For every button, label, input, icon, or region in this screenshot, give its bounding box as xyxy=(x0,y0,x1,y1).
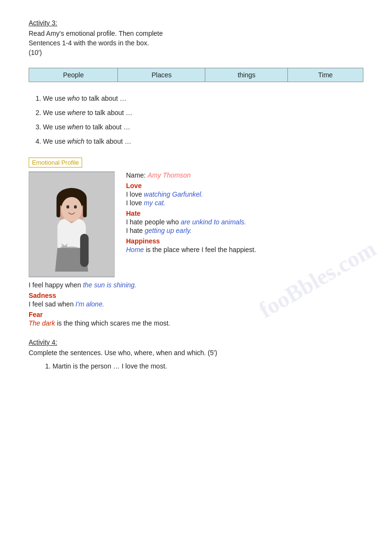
ep-happiness-heading: Happiness xyxy=(126,237,363,245)
ep-hate-blue2: getting up early. xyxy=(145,227,192,234)
word-box-time: Time xyxy=(288,68,363,82)
sentence-4: We use which to talk about … xyxy=(43,135,363,148)
ep-fear-line: The dark is the thing which scares me th… xyxy=(29,319,363,327)
activity3-title: Activity 3: xyxy=(29,19,57,27)
activity4-list: Martin is the person … I love the most. xyxy=(29,359,363,373)
activity3-line2: Sentences 1-4 with the words in the box. xyxy=(29,39,363,47)
svg-point-7 xyxy=(74,205,77,209)
ep-love-line2: I love my cat. xyxy=(126,199,363,207)
ep-hate-heading: Hate xyxy=(126,210,363,217)
blue-alone: I'm alone. xyxy=(75,300,104,308)
ep-name-value: Amy Thomson xyxy=(148,171,191,179)
svg-rect-4 xyxy=(83,199,87,218)
sentence-2: We use where to talk about … xyxy=(43,106,363,119)
ep-sadness-heading: Sadness xyxy=(29,292,363,299)
ep-love-blue1: watching Garfunkel. xyxy=(144,190,203,198)
svg-rect-14 xyxy=(80,234,89,267)
ep-name: Name: Amy Thomson xyxy=(126,171,363,179)
sentence-3: We use when to talk about … xyxy=(43,120,363,134)
svg-rect-3 xyxy=(56,199,60,218)
ep-love-heading: Love xyxy=(126,182,363,190)
ep-container: Name: Amy Thomson Love I love watching G… xyxy=(29,171,363,277)
word-box-people: People xyxy=(29,68,118,82)
sentence-1: We use who to talk about … xyxy=(43,92,363,105)
ep-hate-blue1: are unkind to animals. xyxy=(180,218,246,226)
activity4-desc: Complete the sentences. Use who, where, … xyxy=(29,349,363,357)
ep-photo xyxy=(29,171,115,277)
emotional-profile-section: Emotional Profile xyxy=(29,158,363,327)
person-illustration xyxy=(29,172,114,277)
activity3-section: Activity 3: Read Amy's emotional profile… xyxy=(29,19,363,56)
activity3-note: (10') xyxy=(29,49,363,56)
word-box-things: things xyxy=(205,68,288,82)
ep-love-blue2: my cat. xyxy=(144,199,165,207)
activity4-section: Activity 4: Complete the sentences. Use … xyxy=(29,338,363,373)
word-box-table: People Places things Time xyxy=(29,68,363,82)
activity3-line1: Read Amy's emotional profile. Then compl… xyxy=(29,30,363,37)
ep-happiness-line1: Home is the place where I feel the happi… xyxy=(126,246,363,253)
ep-name-label: Name: xyxy=(126,171,146,179)
activity4-title: Activity 4: xyxy=(29,338,57,346)
ep-label: Emotional Profile xyxy=(29,158,82,168)
ep-love-line1: I love watching Garfunkel. xyxy=(126,190,363,198)
activity4-item-1: Martin is the person … I love the most. xyxy=(53,359,363,373)
ep-home-blue: Home xyxy=(126,246,144,253)
word-box-places: Places xyxy=(118,68,205,82)
ep-hate-line2: I hate getting up early. xyxy=(126,227,363,234)
svg-point-5 xyxy=(61,197,82,221)
ep-fear-heading: Fear xyxy=(29,311,363,318)
ep-sadness-line: I feel sad when I'm alone. xyxy=(29,300,363,308)
sentences-list: We use who to talk about … We use where … xyxy=(29,92,363,148)
blue-shining: the sun is shining. xyxy=(83,281,137,289)
svg-point-6 xyxy=(66,205,69,209)
below-photo-line1: I feel happy when the sun is shining. xyxy=(29,281,363,289)
red-dark: The dark xyxy=(29,319,55,327)
ep-hate-line1: I hate people who are unkind to animals. xyxy=(126,218,363,226)
ep-text: Name: Amy Thomson Love I love watching G… xyxy=(126,171,363,254)
